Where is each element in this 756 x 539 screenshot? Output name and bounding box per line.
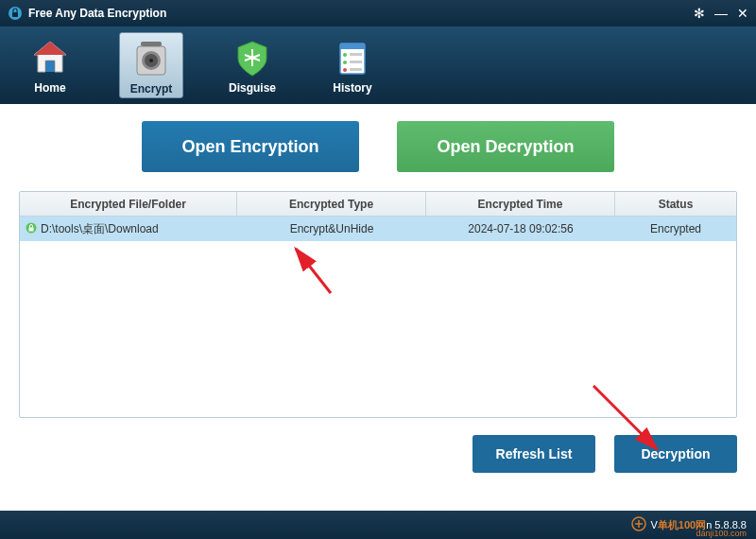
- lock-icon: [26, 222, 37, 236]
- window-controls: ✻ — ✕: [694, 7, 748, 20]
- th-time[interactable]: Encrypted Time: [426, 192, 615, 216]
- app-icon: [8, 6, 23, 21]
- app-title: Free Any Data Encryption: [28, 7, 694, 20]
- toolbar: Home Encrypt Disguise History: [0, 26, 756, 104]
- nav-history-label: History: [333, 81, 371, 95]
- svg-rect-15: [350, 68, 362, 71]
- nav-encrypt[interactable]: Encrypt: [119, 32, 183, 98]
- svg-point-10: [343, 53, 347, 57]
- th-status[interactable]: Status: [615, 192, 736, 216]
- td-time: 2024-07-18 09:02:56: [426, 217, 615, 241]
- svg-rect-9: [340, 43, 365, 49]
- settings-icon[interactable]: ✻: [694, 7, 705, 20]
- version-prefix: V: [650, 519, 657, 530]
- main-panel: Open Encryption Open Decryption Encrypte…: [0, 104, 756, 482]
- svg-point-14: [343, 68, 347, 72]
- svg-point-6: [149, 59, 153, 62]
- watermark-sub: danji100.com: [696, 529, 747, 538]
- svg-rect-2: [46, 61, 54, 72]
- action-row: Open Encryption Open Decryption: [19, 121, 737, 172]
- titlebar: Free Any Data Encryption ✻ — ✕: [0, 0, 756, 26]
- nav-disguise[interactable]: Disguise: [221, 32, 284, 96]
- th-file[interactable]: Encrypted File/Folder: [20, 192, 237, 216]
- td-file: D:\tools\桌面\Download: [41, 221, 159, 237]
- nav-history[interactable]: History: [321, 32, 384, 96]
- td-status: Encrypted: [615, 217, 736, 241]
- svg-rect-13: [350, 61, 362, 63]
- footer: V 单机100网 n 5.8.8.8 danji100.com: [0, 511, 756, 539]
- table-row[interactable]: D:\tools\桌面\Download Encrypt&UnHide 2024…: [20, 217, 736, 241]
- history-icon: [329, 36, 376, 79]
- open-decryption-button[interactable]: Open Decryption: [397, 121, 614, 172]
- th-type[interactable]: Encrypted Type: [237, 192, 426, 216]
- svg-point-12: [343, 61, 347, 64]
- svg-rect-11: [350, 53, 362, 56]
- encrypt-icon: [128, 37, 175, 80]
- disguise-icon: [229, 36, 276, 79]
- minimize-icon[interactable]: —: [714, 7, 728, 20]
- open-encryption-button[interactable]: Open Encryption: [142, 121, 359, 172]
- nav-home[interactable]: Home: [19, 32, 81, 96]
- svg-rect-7: [141, 42, 162, 46]
- nav-home-label: Home: [34, 81, 65, 95]
- svg-rect-17: [29, 227, 34, 231]
- version-icon: [631, 516, 646, 533]
- encrypted-table: Encrypted File/Folder Encrypted Type Enc…: [19, 191, 737, 418]
- table-header: Encrypted File/Folder Encrypted Type Enc…: [20, 192, 736, 217]
- td-type: Encrypt&UnHide: [237, 217, 426, 241]
- bottom-buttons: Refresh List Decryption: [19, 435, 737, 473]
- close-icon[interactable]: ✕: [737, 7, 748, 20]
- nav-disguise-label: Disguise: [229, 81, 276, 95]
- home-icon: [26, 36, 74, 79]
- nav-encrypt-label: Encrypt: [130, 82, 173, 96]
- svg-rect-1: [12, 12, 18, 17]
- refresh-button[interactable]: Refresh List: [472, 435, 595, 473]
- decryption-button[interactable]: Decryption: [614, 435, 737, 473]
